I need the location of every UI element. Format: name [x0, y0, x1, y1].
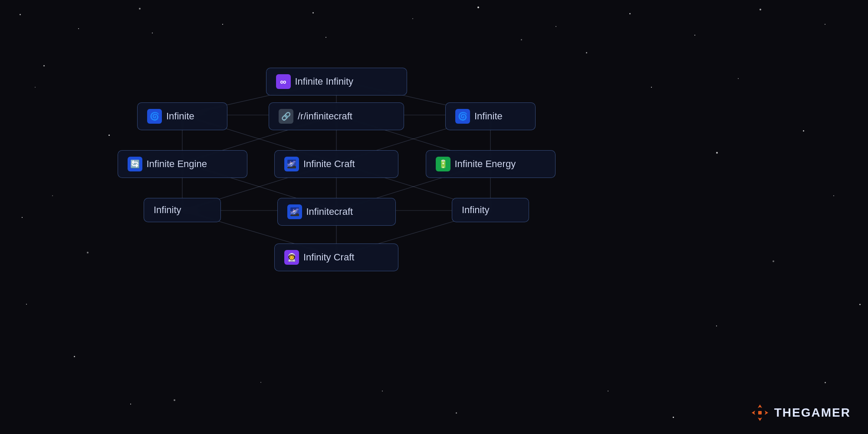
node-icon-infinite_right: 🌀 [455, 109, 470, 124]
node-label-infinitecraft_center: Infinitecraft [306, 206, 353, 217]
node-infinite_engine[interactable]: 🔄Infinite Engine [118, 150, 247, 178]
node-label-infinite_energy: Infinite Energy [455, 158, 516, 170]
node-infinitecraft_center[interactable]: 🌌Infinitecraft [277, 198, 396, 226]
node-label-infinite_craft: Infinite Craft [303, 158, 355, 170]
node-infinity_craft[interactable]: 👨‍🚀Infinity Craft [274, 243, 398, 271]
node-icon-r_infinitecraft: 🔗 [279, 109, 293, 124]
node-label-infinity_craft: Infinity Craft [303, 252, 354, 263]
node-infinite_energy[interactable]: 🔋Infinite Energy [426, 150, 556, 178]
node-infinite_right[interactable]: 🌀Infinite [445, 102, 536, 130]
node-icon-infinite_infinity: ∞ [276, 74, 291, 89]
node-infinite_craft[interactable]: 🌌Infinite Craft [274, 150, 398, 178]
watermark-text: THEGAMER [774, 406, 851, 420]
node-infinity_left[interactable]: Infinity [144, 198, 221, 222]
svg-marker-25 [765, 411, 768, 415]
node-infinite_infinity[interactable]: ∞Infinite Infinity [266, 68, 407, 95]
node-label-infinite_engine: Infinite Engine [147, 158, 207, 170]
node-icon-infinity_craft: 👨‍🚀 [284, 250, 299, 265]
node-infinity_right[interactable]: Infinity [452, 198, 529, 222]
svg-marker-26 [758, 418, 762, 421]
node-icon-infinite_left: 🌀 [147, 109, 162, 124]
svg-marker-27 [752, 411, 755, 415]
node-icon-infinite_engine: 🔄 [128, 157, 142, 171]
watermark: THEGAMER [751, 404, 851, 422]
svg-rect-28 [758, 411, 762, 414]
node-label-infinite_left: Infinite [166, 111, 194, 122]
node-icon-infinite_energy: 🔋 [436, 157, 450, 171]
thegamer-logo-icon [751, 404, 769, 422]
node-icon-infinite_craft: 🌌 [284, 157, 299, 171]
node-infinite_left[interactable]: 🌀Infinite [137, 102, 227, 130]
svg-marker-24 [758, 404, 762, 408]
node-label-infinity_right: Infinity [462, 204, 490, 216]
node-label-infinite_infinity: Infinite Infinity [295, 76, 354, 87]
node-icon-infinitecraft_center: 🌌 [287, 204, 302, 219]
node-container: ∞Infinite Infinity🌀Infinite🔗/r/infinitec… [0, 0, 868, 434]
node-label-infinity_left: Infinity [154, 204, 181, 216]
node-r_infinitecraft[interactable]: 🔗/r/infinitecraft [269, 102, 404, 130]
node-label-infinite_right: Infinite [474, 111, 503, 122]
node-label-r_infinitecraft: /r/infinitecraft [298, 111, 352, 122]
